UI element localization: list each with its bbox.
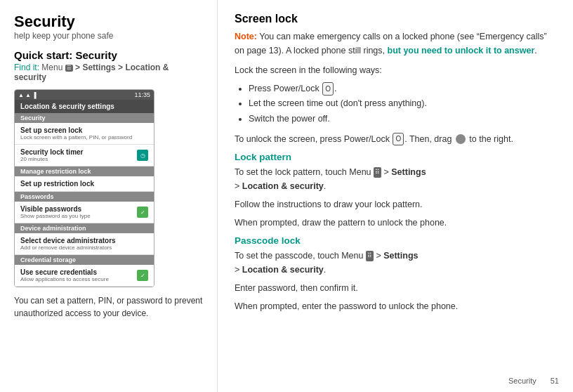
left-column: Security help keep your phone safe Quick… <box>0 0 218 392</box>
note-paragraph: Note: You can make emergency calls on a … <box>235 30 556 58</box>
phone-status-bar: ▲ ▲ ▐ 11:35 <box>15 90 154 100</box>
status-icons: ▲ ▲ ▐ <box>18 92 37 98</box>
location-security-bold-1: Location & security <box>242 181 324 191</box>
phone-screenshot: ▲ ▲ ▐ 11:35 Location & security settings… <box>14 89 154 287</box>
page-subtitle: help keep your phone safe <box>14 31 203 41</box>
menu-icon-2: ⠿ <box>374 167 381 177</box>
bullet-1: Press Power/Lock O. <box>249 81 556 96</box>
settings-bold-2: Settings <box>383 251 418 261</box>
phone-item-screen-lock: Set up screen lock Lock screen with a pa… <box>15 123 154 145</box>
passcode-prompted: When prompted, enter the password to unl… <box>235 299 556 313</box>
wifi-icon: ▲ <box>25 92 31 98</box>
phone-screen-header: Location & security settings <box>15 100 154 113</box>
passcode-enter: Enter password, then confirm it. <box>235 281 556 295</box>
phone-section-security: Security <box>15 113 154 123</box>
lock-pattern-text: To set the lock pattern, touch Menu ⠿ > … <box>235 165 556 193</box>
location-security-bold-2: Location & security <box>242 265 324 275</box>
find-it-text: Find it: Menu ⠿ > Settings > Location & … <box>14 63 203 82</box>
footer-label: Security <box>508 377 536 385</box>
lock-pattern-instructions: Follow the instructions to draw your loc… <box>235 197 556 211</box>
find-it-label: Find it: <box>14 63 39 72</box>
power-key-icon: O <box>322 82 334 96</box>
screen-lock-heading: Screen lock <box>235 13 556 25</box>
phone-item-device-admin: Select device administrators Add or remo… <box>15 233 154 255</box>
signal-icon: ▲ <box>18 92 24 98</box>
bullet-3: Switch the power off. <box>249 112 556 126</box>
note-label: Note: <box>235 32 257 41</box>
bottom-description: You can set a pattern, PIN, or password … <box>14 294 203 320</box>
check-icon-credentials: ✓ <box>137 270 148 281</box>
phone-item-visible-passwords: Visible passwords Show password as you t… <box>15 202 154 223</box>
settings-bold-1: Settings <box>391 167 426 177</box>
right-column: Screen lock Note: You can make emergency… <box>218 0 573 392</box>
menu-icon-3: ⠿ <box>366 251 374 261</box>
phone-section-passwords: Passwords <box>15 192 154 202</box>
menu-icon: ⠿ <box>65 65 73 72</box>
page-footer: Security 51 <box>508 377 559 385</box>
footer-page: 51 <box>551 377 559 385</box>
lock-intro: Lock the screen in the following ways: <box>235 63 556 77</box>
lock-pattern-heading: Lock pattern <box>235 152 556 162</box>
bullet-2: Let the screen time out (don't press any… <box>249 96 556 111</box>
check-icon-passwords: ✓ <box>137 207 148 218</box>
drag-icon <box>456 134 466 144</box>
phone-section-credential: Credential storage <box>15 255 154 265</box>
page-title: Security <box>14 13 203 31</box>
phone-section-restriction: Manage restriction lock <box>15 166 154 176</box>
phone-section-device-admin: Device administration <box>15 223 154 233</box>
power-key-icon-2: O <box>393 133 404 145</box>
quick-start-heading: Quick start: Security <box>14 49 203 61</box>
note-highlight: but you need to unlock it to answer <box>388 46 535 55</box>
phone-item-restriction-lock: Set up restriction lock <box>15 176 154 192</box>
lock-pattern-prompted: When prompted, draw the pattern to unloc… <box>235 216 556 230</box>
phone-item-lock-timer: Security lock timer 20 minutes ◷ <box>15 145 154 166</box>
battery-icon: ▐ <box>32 92 37 98</box>
note-end: . <box>534 46 536 55</box>
unlock-text: To unlock the screen, press Power/Lock O… <box>235 132 556 146</box>
phone-item-credentials: Use secure credentials Allow application… <box>15 265 154 287</box>
passcode-heading: Passcode lock <box>235 235 556 246</box>
passcode-text: To set the passcode, touch Menu ⠿ > Sett… <box>235 249 556 277</box>
lock-bullets: Press Power/Lock O. Let the screen time … <box>235 81 556 126</box>
clock-icon: ◷ <box>137 150 148 161</box>
status-time: 11:35 <box>134 91 150 98</box>
